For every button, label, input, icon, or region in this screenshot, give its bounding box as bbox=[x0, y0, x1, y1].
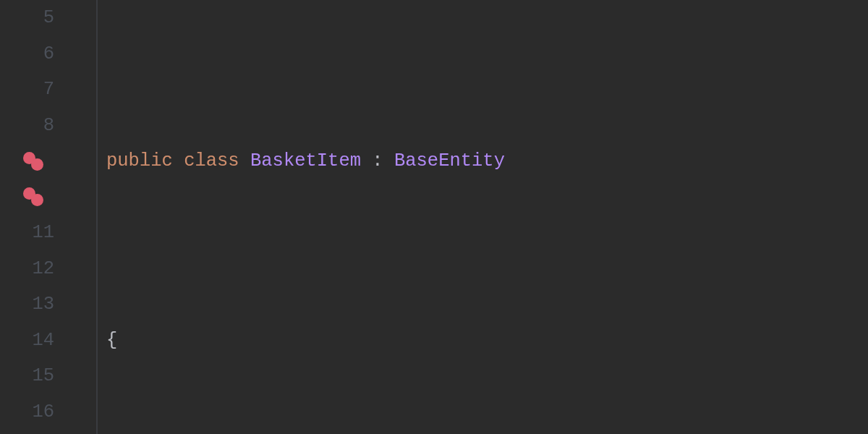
code-line[interactable]: { bbox=[106, 323, 868, 359]
code-area[interactable]: public class BasketItem : BaseEntity { p… bbox=[98, 0, 868, 434]
keyword: class bbox=[184, 143, 239, 179]
code-line[interactable]: public class BasketItem : BaseEntity bbox=[106, 143, 868, 179]
breakpoint-marker[interactable] bbox=[20, 143, 48, 179]
breakpoint-dots-icon bbox=[23, 187, 45, 206]
base-type: BaseEntity bbox=[394, 143, 505, 179]
line-number: 7 bbox=[0, 72, 96, 108]
line-number: 6 bbox=[0, 36, 96, 72]
breakpoint-marker[interactable] bbox=[20, 179, 48, 216]
line-number: 14 bbox=[0, 323, 96, 359]
keyword: public bbox=[106, 143, 173, 179]
line-number: 15 bbox=[0, 358, 96, 394]
breakpoint-dots-icon bbox=[23, 152, 45, 171]
line-number: 8 bbox=[0, 108, 96, 144]
type-name: BasketItem bbox=[250, 143, 361, 179]
gutter[interactable]: 5 6 7 8 11 12 13 14 15 16 bbox=[0, 0, 98, 434]
line-number: 13 bbox=[0, 286, 96, 323]
line-number: 16 bbox=[0, 394, 96, 430]
line-numbers: 5 6 7 8 11 12 13 14 15 16 bbox=[0, 0, 96, 430]
line-number: 11 bbox=[0, 215, 96, 251]
line-number bbox=[0, 143, 96, 179]
line-number: 5 bbox=[0, 0, 96, 36]
line-number: 12 bbox=[0, 251, 96, 287]
line-number bbox=[0, 179, 96, 216]
code-editor[interactable]: 5 6 7 8 11 12 13 14 15 16 public class B… bbox=[0, 0, 868, 434]
brace-open: { bbox=[106, 323, 117, 359]
